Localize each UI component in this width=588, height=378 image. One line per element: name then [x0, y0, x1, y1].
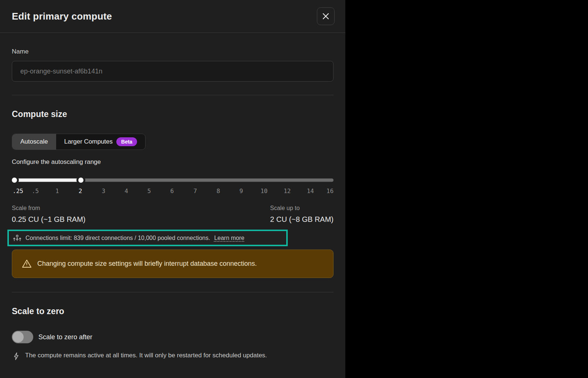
- tick-label: 1: [55, 188, 59, 195]
- scale-from: Scale from 0.25 CU (~1 GB RAM): [12, 205, 86, 224]
- lightning-bolt-icon: [13, 352, 19, 362]
- beta-badge: Beta: [116, 137, 137, 147]
- close-button[interactable]: [317, 7, 335, 25]
- autoscaling-range-slider: [12, 176, 334, 184]
- name-label: Name: [12, 48, 334, 55]
- tick-label: 2: [79, 188, 82, 195]
- tick-label: 12: [284, 188, 291, 195]
- divider: [12, 292, 334, 292]
- scale-up-to-value: 2 CU (~8 GB RAM): [270, 215, 334, 224]
- tick-label: 14: [307, 188, 314, 195]
- slider-tick-labels: .25 .5 1 2 3 4 5 6 7 8 9 10 12 14 16: [12, 188, 334, 196]
- scale-to-zero-toggle-label: Scale to zero after: [38, 333, 92, 341]
- slider-handle-min[interactable]: [10, 176, 19, 185]
- compute-size-heading: Compute size: [12, 109, 334, 119]
- compute-size-tabs: Autoscale Larger Computes Beta: [12, 134, 146, 150]
- scale-to-zero-toggle[interactable]: [12, 331, 33, 343]
- tick-label: 9: [239, 188, 243, 195]
- tab-autoscale[interactable]: Autoscale: [12, 134, 56, 150]
- compute-warning-banner: Changing compute size settings will brie…: [12, 250, 334, 278]
- scale-up-to: Scale up to 2 CU (~8 GB RAM): [270, 205, 334, 224]
- warning-text: Changing compute size settings will brie…: [37, 260, 257, 268]
- scale-to-zero-heading: Scale to zero: [12, 306, 334, 316]
- slider-fill: [14, 179, 81, 182]
- tick-label: .25: [13, 188, 23, 195]
- tick-label: 8: [216, 188, 220, 195]
- scale-up-to-label: Scale up to: [270, 205, 334, 212]
- warning-triangle-icon: [22, 259, 32, 268]
- scale-to-zero-row: Scale to zero after: [12, 331, 334, 343]
- tick-label: 3: [102, 188, 105, 195]
- slider-handle-max[interactable]: [76, 176, 85, 185]
- modal-header: Edit primary compute: [0, 0, 345, 33]
- tab-larger-computes[interactable]: Larger Computes Beta: [56, 134, 146, 150]
- connections-limit-text: Connections limit: 839 direct connection…: [25, 235, 210, 241]
- scale-range-summary: Scale from 0.25 CU (~1 GB RAM) Scale up …: [12, 205, 334, 224]
- autoscaling-range-label: Configure the autoscaling range: [12, 158, 334, 166]
- edit-compute-modal: Edit primary compute Name Compute size A…: [0, 0, 345, 378]
- tick-label: 7: [194, 188, 197, 195]
- scale-from-value: 0.25 CU (~1 GB RAM): [12, 215, 86, 224]
- tick-label: 16: [327, 188, 334, 195]
- modal-title: Edit primary compute: [12, 11, 112, 22]
- tab-larger-computes-label: Larger Computes: [64, 138, 113, 145]
- tick-label: 5: [147, 188, 151, 195]
- tick-label: .5: [32, 188, 39, 195]
- divider: [12, 95, 334, 95]
- connections-icon: [13, 234, 21, 242]
- toggle-knob: [13, 331, 24, 343]
- tick-label: 10: [260, 188, 267, 195]
- compute-active-note-text: The compute remains active at all times.…: [25, 352, 267, 359]
- close-icon: [322, 12, 330, 20]
- tick-label: 4: [124, 188, 128, 195]
- scale-from-label: Scale from: [12, 205, 86, 212]
- name-input[interactable]: [12, 61, 334, 82]
- learn-more-link[interactable]: Learn more: [214, 235, 245, 241]
- tab-autoscale-label: Autoscale: [20, 138, 48, 145]
- compute-active-note: The compute remains active at all times.…: [12, 352, 334, 362]
- tick-label: 6: [170, 188, 174, 195]
- connections-limit-note: Connections limit: 839 direct connection…: [7, 230, 288, 246]
